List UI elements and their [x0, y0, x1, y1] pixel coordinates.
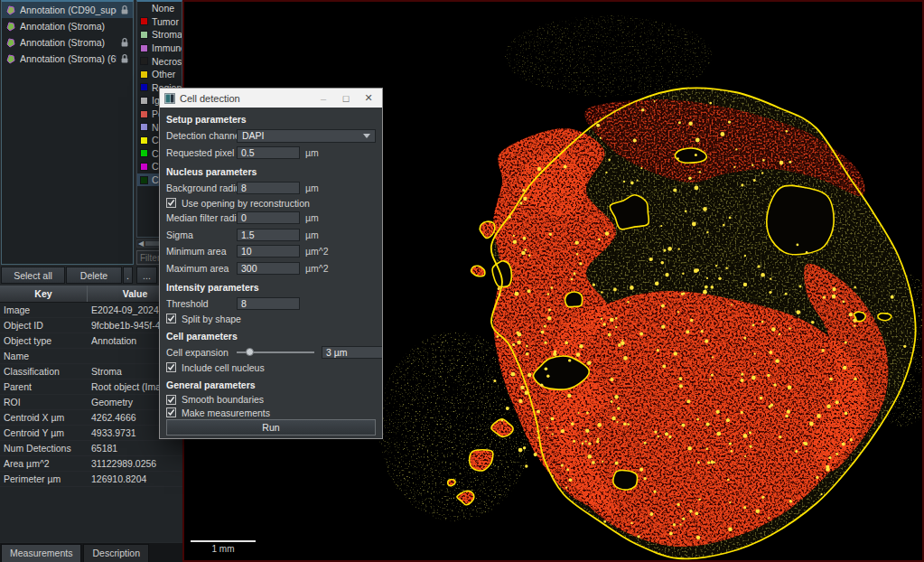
class-list-item[interactable]: Stroma ( [137, 28, 182, 42]
annotation-list-item[interactable]: Annotation (Stroma) [2, 34, 133, 51]
tab-description[interactable]: Description [83, 544, 149, 562]
field-label: Sigma [166, 229, 237, 240]
selected-option: DAPI [242, 130, 363, 141]
close-button[interactable]: ✕ [359, 92, 378, 104]
dialog-icon [164, 93, 175, 104]
run-button[interactable]: Run [166, 419, 376, 436]
maximum-area-field[interactable]: 300 [237, 262, 300, 275]
class-color-swatch [140, 149, 148, 157]
checkbox[interactable] [166, 395, 176, 405]
cell-detection-dialog: Cell detection – □ ✕ Setup parametersDet… [159, 88, 383, 439]
table-row[interactable]: Object type Annotation [0, 333, 182, 349]
bottom-tab-bar: Measurements Description [0, 543, 182, 562]
properties-table-header: Key Value [0, 286, 182, 303]
select-all-button[interactable]: Select all [1, 267, 65, 284]
dialog-title-bar[interactable]: Cell detection – □ ✕ [160, 89, 382, 108]
class-label: Other [152, 69, 175, 80]
scale-bar: 1 mm [191, 540, 256, 554]
minimize-button[interactable]: – [314, 93, 332, 104]
class-list-item[interactable]: Other [137, 68, 182, 81]
annotation-list[interactable]: Annotation (CD90_superbright) Annotation… [1, 0, 134, 265]
checkbox-row[interactable]: Use opening by reconstruction [166, 197, 376, 211]
scroll-left-arrow[interactable]: ◀ [137, 240, 145, 247]
table-row[interactable]: Object ID 9fcbbe1b-945f-4086- [0, 318, 182, 333]
property-key: Object ID [0, 320, 88, 331]
check-icon [167, 363, 175, 371]
tab-measurements[interactable]: Measurements [1, 544, 81, 562]
parameter-row: Maximum area 300 µm^2 [166, 260, 376, 277]
class-list-item[interactable]: Immune [137, 42, 182, 55]
checkbox-row[interactable]: Include cell nucleus [166, 361, 376, 375]
scale-bar-label: 1 mm [191, 544, 256, 554]
annotation-more-button[interactable]: . [123, 267, 133, 284]
class-color-swatch [140, 44, 148, 52]
delete-button[interactable]: Delete [66, 267, 122, 284]
annotation-shape-icon [5, 5, 16, 15]
lock-icon [120, 5, 129, 15]
parameter-row: Cell expansion 3 µm [166, 344, 376, 361]
background-radius-field[interactable]: 8 [237, 182, 300, 194]
maximize-button[interactable]: □ [337, 93, 355, 104]
dialog-body: Setup parametersDetection channel DAPI R… [160, 108, 382, 438]
sigma-field[interactable]: 1.5 [237, 229, 300, 241]
class-color-swatch [140, 31, 148, 39]
minimum-area-field[interactable]: 10 [237, 245, 300, 258]
table-row[interactable]: Area µm^2 31122989.0256 [0, 456, 182, 472]
cell-expansion-value-field[interactable]: 3 µm [322, 346, 382, 359]
unit-label: µm^2 [305, 263, 329, 274]
class-list-item[interactable]: Necrosis [137, 54, 182, 68]
scale-bar-line [191, 540, 256, 542]
annotation-list-item[interactable]: Annotation (CD90_superbright) [2, 2, 133, 18]
slider-thumb[interactable] [246, 348, 254, 356]
property-value: 65181 [88, 443, 182, 454]
checkbox-label: Split by shape [182, 314, 241, 324]
property-key: Area µm^2 [0, 458, 88, 469]
table-row[interactable]: Image E2024-09_20241213_ [0, 303, 182, 318]
table-row[interactable]: Num Detections 65181 [0, 441, 182, 456]
table-row[interactable]: Perimeter µm 126910.8204 [0, 472, 182, 487]
class-color-swatch [140, 57, 148, 65]
table-row[interactable]: ROI Geometry [0, 395, 182, 410]
field-label: Background radius [166, 183, 237, 193]
requested-pixel-size-field[interactable]: 0.5 [237, 146, 300, 159]
qupath-window: 1 mm Annotation (CD90_superbright) Annot… [0, 0, 924, 562]
checkbox[interactable] [166, 198, 176, 208]
checkbox[interactable] [166, 314, 176, 323]
cell-expansion-slider[interactable] [237, 351, 314, 353]
median-filter-radius-field[interactable]: 0 [237, 211, 300, 224]
property-key: Centroid X µm [0, 412, 88, 423]
class-color-swatch [140, 136, 148, 145]
section-header: Setup parameters [166, 108, 376, 127]
threshold-field[interactable]: 8 [237, 297, 300, 310]
table-row[interactable]: Name [0, 349, 182, 364]
table-row[interactable]: Parent Root object (Image) [0, 379, 182, 395]
annotation-list-item[interactable]: Annotation (Stroma) [2, 18, 133, 34]
table-row[interactable]: Classification Stroma [0, 364, 182, 379]
checkbox[interactable] [166, 407, 176, 417]
check-icon [167, 314, 175, 323]
annotation-shape-icon [5, 53, 16, 64]
detection-channel-select[interactable]: DAPI [237, 129, 376, 143]
lock-icon [120, 53, 129, 64]
field-label: Requested pixel size [166, 147, 237, 158]
field-label: Detection channel [166, 130, 237, 141]
class-list-item[interactable]: Tumor [137, 15, 182, 29]
class-label: Immune [152, 42, 182, 53]
table-row[interactable]: Centroid X µm 4262.4666 [0, 410, 182, 426]
annotation-list-item[interactable]: Annotation (Stroma) (65181 o... [2, 51, 133, 67]
checkbox-row[interactable]: Split by shape [166, 313, 376, 326]
parameter-row: Detection channel DAPI [166, 127, 376, 145]
key-column-header: Key [0, 286, 88, 302]
class-menu-button-1[interactable]: ... [136, 267, 157, 284]
checkbox-row[interactable]: Make measurements [166, 407, 376, 420]
annotation-shape-icon [5, 21, 16, 32]
class-color-swatch [140, 110, 148, 118]
class-list-item[interactable]: None [137, 2, 182, 15]
checkbox-row[interactable]: Smooth boundaries [166, 393, 376, 407]
lock-icon [120, 37, 129, 48]
class-label: None [152, 3, 174, 14]
table-row[interactable]: Centroid Y µm 4933.9731 [0, 426, 182, 441]
annotation-label: Annotation (CD90_superbright) [20, 5, 117, 15]
section-header: Intensity parameters [166, 276, 376, 295]
checkbox[interactable] [166, 362, 176, 372]
